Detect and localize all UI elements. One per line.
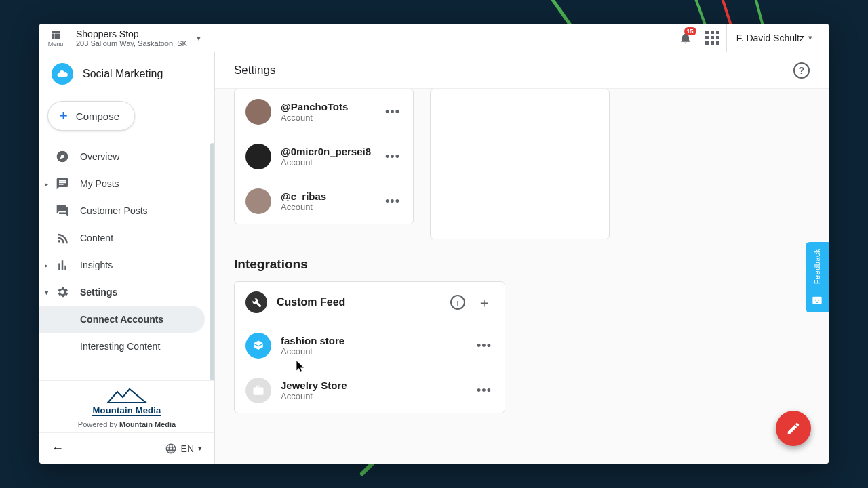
post-icon bbox=[56, 177, 69, 190]
storefront-icon bbox=[50, 28, 62, 41]
main-content: @PanchoTots Account ••• @0micr0n_persei8… bbox=[215, 89, 829, 464]
account-type: Account bbox=[281, 113, 374, 123]
integration-name: fashion store bbox=[281, 335, 465, 346]
account-handle: @c_ribas_ bbox=[281, 190, 374, 202]
product-brand: Social Marketing bbox=[39, 52, 214, 96]
integrations-title: Integrations bbox=[234, 257, 810, 272]
bg-stroke bbox=[677, 0, 707, 26]
language-code: EN bbox=[181, 443, 194, 454]
compass-icon bbox=[56, 150, 69, 163]
sidebar: Social Marketing + Compose Overview My P… bbox=[39, 52, 215, 464]
apps-button[interactable] bbox=[699, 24, 726, 52]
avatar bbox=[245, 144, 271, 169]
mountain-icon bbox=[106, 388, 147, 404]
chevron-down-icon: ▾ bbox=[197, 33, 201, 43]
nav-overview[interactable]: Overview bbox=[39, 143, 214, 170]
nav-my-posts[interactable]: My Posts bbox=[39, 170, 214, 197]
bar-chart-icon bbox=[56, 258, 69, 272]
feedback-label: Feedback bbox=[813, 249, 821, 284]
integration-header: Custom Feed i ＋ bbox=[235, 282, 505, 323]
nav-settings[interactable]: Settings bbox=[39, 279, 214, 306]
avatar bbox=[245, 333, 271, 359]
gear-icon bbox=[56, 285, 69, 299]
smiley-icon bbox=[812, 295, 823, 306]
nav-label: My Posts bbox=[80, 178, 119, 189]
sidebar-footer-brand: Mountain Media Powered by Mountain Media bbox=[39, 380, 214, 432]
wrench-icon bbox=[245, 291, 267, 313]
sidebar-footer-controls: ← EN ▾ bbox=[39, 432, 214, 464]
nav-connect-accounts[interactable]: Connect Accounts bbox=[39, 306, 205, 333]
language-selector[interactable]: EN ▾ bbox=[165, 443, 202, 455]
integration-row: fashion store Account ••• bbox=[235, 323, 505, 368]
notification-count: 15 bbox=[684, 27, 696, 35]
account-handle: @0micr0n_persei8 bbox=[281, 146, 374, 157]
compose-button[interactable]: + Compose bbox=[47, 101, 135, 131]
avatar bbox=[245, 99, 271, 125]
chevron-down-icon: ▾ bbox=[808, 33, 812, 42]
nav-label: Content bbox=[80, 232, 113, 243]
integration-type: Account bbox=[281, 391, 465, 401]
menu-button[interactable]: Menu bbox=[39, 24, 72, 52]
integrations-card: Custom Feed i ＋ fashion store Account ••… bbox=[234, 281, 505, 413]
nav-label: Settings bbox=[80, 287, 117, 298]
compose-label: Compose bbox=[76, 110, 119, 122]
product-logo bbox=[52, 63, 73, 85]
nav-interesting-content[interactable]: Interesting Content bbox=[39, 333, 205, 360]
scrollbar[interactable] bbox=[210, 143, 214, 380]
integration-type: Account bbox=[281, 346, 465, 357]
nav-content[interactable]: Content bbox=[39, 224, 214, 251]
chevron-down-icon: ▾ bbox=[198, 444, 202, 453]
nav-sub-label: Connect Accounts bbox=[80, 314, 163, 325]
empty-card bbox=[430, 89, 610, 239]
integration-title: Custom Feed bbox=[277, 296, 441, 308]
apps-grid-icon bbox=[705, 30, 719, 45]
main-header: Settings ? bbox=[215, 52, 829, 89]
account-type: Account bbox=[281, 202, 374, 212]
info-button[interactable]: i bbox=[450, 295, 465, 310]
nav-label: Overview bbox=[80, 151, 119, 162]
accounts-card: @PanchoTots Account ••• @0micr0n_persei8… bbox=[234, 89, 414, 224]
account-row: @PanchoTots Account ••• bbox=[235, 89, 413, 134]
forum-icon bbox=[56, 204, 69, 218]
account-row: @0micr0n_persei8 Account ••• bbox=[235, 134, 413, 179]
help-button[interactable]: ? bbox=[793, 62, 810, 79]
feedback-tab[interactable]: Feedback bbox=[806, 242, 829, 312]
user-menu[interactable]: F. David Schultz ▾ bbox=[726, 24, 822, 52]
account-row: @c_ribas_ Account ••• bbox=[235, 179, 413, 224]
account-menu-button[interactable]: ••• bbox=[383, 192, 402, 211]
nav-label: Customer Posts bbox=[80, 205, 148, 216]
plus-icon: + bbox=[59, 108, 68, 123]
account-menu-button[interactable]: ••• bbox=[383, 102, 402, 121]
notifications-button[interactable]: 15 bbox=[672, 24, 699, 52]
nav-label: Insights bbox=[80, 260, 113, 270]
account-type: Account bbox=[281, 157, 374, 167]
avatar bbox=[245, 378, 271, 403]
user-name: F. David Schultz bbox=[736, 33, 804, 43]
menu-label: Menu bbox=[48, 41, 64, 47]
cloud-icon bbox=[56, 68, 68, 80]
add-integration-button[interactable]: ＋ bbox=[475, 293, 494, 312]
page-title: Settings bbox=[234, 64, 275, 77]
pencil-icon bbox=[786, 421, 801, 436]
tag-icon bbox=[252, 340, 264, 352]
integration-name: Jewelry Store bbox=[281, 380, 465, 391]
nav-customer-posts[interactable]: Customer Posts bbox=[39, 197, 214, 224]
compose-fab[interactable] bbox=[776, 411, 811, 446]
location-selector[interactable]: Shoppers Stop 203 Salloum Way, Saskatoon… bbox=[76, 28, 187, 47]
back-button[interactable]: ← bbox=[52, 441, 64, 455]
avatar bbox=[245, 188, 271, 214]
main-panel: Settings ? @PanchoTots Account ••• bbox=[215, 52, 829, 464]
globe-icon bbox=[165, 443, 177, 455]
location-title: Shoppers Stop bbox=[76, 28, 187, 39]
integration-menu-button[interactable]: ••• bbox=[475, 336, 494, 355]
rss-icon bbox=[56, 231, 69, 245]
nav-insights[interactable]: Insights bbox=[39, 251, 214, 279]
account-handle: @PanchoTots bbox=[281, 101, 374, 113]
sidebar-nav: Overview My Posts Customer Posts Content… bbox=[39, 143, 214, 380]
briefcase-icon bbox=[252, 384, 264, 396]
location-address: 203 Salloum Way, Saskatoon, SK bbox=[76, 39, 187, 47]
account-menu-button[interactable]: ••• bbox=[383, 147, 402, 166]
top-bar: Menu Shoppers Stop 203 Salloum Way, Sask… bbox=[39, 24, 829, 52]
integration-row: Jewelry Store Account ••• bbox=[235, 368, 505, 413]
integration-menu-button[interactable]: ••• bbox=[475, 381, 494, 400]
